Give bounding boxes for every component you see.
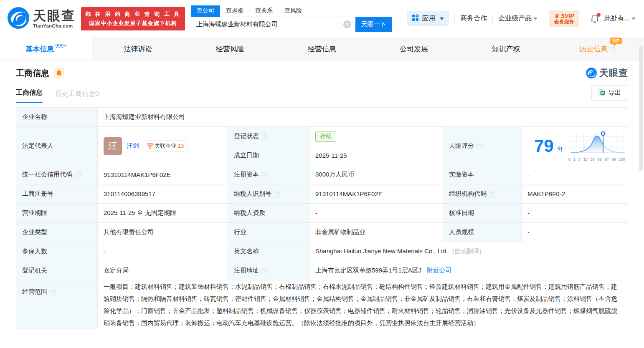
legal-rep-label: 法定代表人 bbox=[22, 142, 53, 150]
help-icon[interactable] bbox=[274, 191, 280, 197]
clear-search-icon[interactable]: ✕ bbox=[343, 20, 351, 28]
svip-label: SVIP bbox=[561, 13, 574, 19]
business-info-table: 企业名称 上海海螺建业新材料有限公司 法定代表人 汪 汪剑 关联企 bbox=[16, 107, 628, 329]
score-axis-ticks: 013 155085 9799100 bbox=[568, 157, 625, 161]
org-network-icon bbox=[147, 143, 153, 149]
address-label: 注册地址 bbox=[234, 267, 259, 275]
export-button[interactable]: 导出 bbox=[591, 85, 628, 101]
insured-count-value: - bbox=[98, 242, 228, 261]
search-tab-company[interactable]: 查公司 bbox=[191, 5, 220, 17]
table-row: 企业类型 其他有限责任公司 行业 非金属矿物制品业 人员规模 - bbox=[16, 223, 628, 242]
chevron-down-icon bbox=[440, 18, 444, 20]
enterprise-product-menu[interactable]: 企业级产品 bbox=[498, 14, 538, 23]
tab-intellectual-property[interactable]: 知识产权 bbox=[460, 38, 552, 60]
org-code-label: 组织机构代码 bbox=[449, 190, 487, 198]
chevron-down-icon bbox=[533, 18, 538, 20]
company-type-value: 其他有限责任公司 bbox=[98, 223, 228, 242]
staff-size-label: 人员规模 bbox=[449, 228, 474, 236]
industry-value: 非金属矿物制品业 bbox=[309, 223, 443, 242]
company-name-label: 企业名称 bbox=[22, 113, 47, 121]
related-companies-label: 关联企业 bbox=[155, 142, 176, 150]
help-icon[interactable] bbox=[49, 289, 56, 295]
tab-legal-proceedings-label: 法律诉讼 bbox=[124, 44, 152, 54]
section-title: 工商信息 bbox=[16, 68, 49, 79]
divider bbox=[543, 15, 543, 23]
english-name-value: Shanghai Hailuo Jianye New Materials Co.… bbox=[315, 247, 448, 255]
search-tab-relation[interactable]: 查关系 bbox=[249, 5, 279, 17]
industry-label: 行业 bbox=[234, 228, 246, 236]
promo-banner[interactable]: 都 在 用 的 商 业 查 询 工 具 国家中小企业发展子基金旗下机构 bbox=[81, 7, 185, 30]
header-right-menu: 应用 商务合作 企业级产品 ♛ SVIP 会员服务 此处有... bbox=[407, 10, 636, 27]
help-icon[interactable] bbox=[261, 133, 268, 140]
tab-operating-info[interactable]: 经营信息 bbox=[276, 38, 368, 60]
nearby-companies-link[interactable]: 附近公司 bbox=[426, 267, 451, 274]
subtab-business-info[interactable]: 工商信息 bbox=[16, 88, 43, 103]
apps-grid-icon bbox=[412, 14, 419, 23]
svip-membership-button[interactable]: ♛ SVIP 会员服务 bbox=[549, 10, 579, 27]
search-tabs: 查公司 查老板 查关系 查风险 bbox=[191, 5, 392, 17]
tab-operating-risk[interactable]: 经营风险 bbox=[184, 38, 276, 60]
notification-dot bbox=[597, 13, 601, 17]
related-companies-count: 13 bbox=[178, 143, 184, 149]
search-tab-risk[interactable]: 查风险 bbox=[279, 5, 308, 17]
excel-icon bbox=[598, 89, 606, 96]
insured-count-label: 参保人数 bbox=[22, 247, 47, 255]
legal-rep-link[interactable]: 汪剑 bbox=[127, 142, 139, 150]
reg-capital-label: 注册资本 bbox=[234, 171, 259, 179]
crown-icon: ♛ bbox=[554, 13, 559, 19]
search-tab-boss[interactable]: 查老板 bbox=[220, 5, 249, 17]
tab-basic-info[interactable]: 基本信息 999+ bbox=[0, 38, 92, 60]
address-value: 上海市嘉定区双单路599弄1号1层A区J bbox=[315, 267, 421, 274]
notification-bell-button[interactable] bbox=[591, 14, 599, 23]
user-account-label: 此处有... bbox=[604, 14, 630, 23]
help-icon[interactable] bbox=[489, 191, 495, 197]
help-icon[interactable] bbox=[261, 171, 268, 178]
help-icon[interactable] bbox=[476, 143, 483, 149]
legal-rep-avatar[interactable]: 汪 bbox=[104, 137, 122, 155]
search-button[interactable]: 天眼一下 bbox=[355, 17, 392, 32]
table-row: 营业期限 2025-11-25 至 无固定期限 纳税人资质 - 核准日期 - bbox=[16, 204, 628, 223]
reg-authority-value: 嘉定分局 bbox=[98, 261, 228, 280]
subscribe-bell-button[interactable] bbox=[53, 68, 64, 78]
reg-number-label: 工商注册号 bbox=[22, 190, 53, 198]
export-label: 导出 bbox=[609, 89, 621, 97]
user-account-menu[interactable]: 此处有... bbox=[604, 14, 636, 23]
reg-status-label: 登记状态 bbox=[234, 132, 259, 140]
establish-date-value: 2025-11-25 bbox=[309, 146, 443, 165]
company-nav-tabs: 基本信息 999+ 法律诉讼 经营风险 经营信息 公司发展 知识产权 历史信息 … bbox=[0, 38, 644, 61]
english-name-label: 英文名称 bbox=[234, 247, 259, 255]
tab-history-info[interactable]: 历史信息 VIP bbox=[552, 38, 644, 60]
help-icon[interactable] bbox=[74, 171, 81, 178]
watermark-label: 天眼查 bbox=[599, 67, 628, 79]
vip-badge: VIP bbox=[610, 38, 622, 44]
tianyancha-logo[interactable]: 天眼查 TianYanCha.com bbox=[8, 7, 76, 30]
svip-sublabel: 会员服务 bbox=[554, 19, 574, 25]
help-icon[interactable] bbox=[261, 267, 268, 274]
org-code-value: MAK1P6F0-2 bbox=[522, 184, 628, 204]
related-companies-button[interactable]: 关联企业 13 bbox=[144, 140, 188, 152]
tab-basic-info-label: 基本信息 bbox=[25, 44, 54, 54]
scrollbar[interactable] bbox=[639, 46, 643, 171]
search-input[interactable] bbox=[191, 17, 355, 32]
approval-date-label: 核准日期 bbox=[449, 209, 474, 217]
divider bbox=[492, 15, 493, 23]
table-row: 企业名称 上海海螺建业新材料有限公司 bbox=[16, 108, 628, 127]
subtab-history-business-info[interactable]: 历史工商信息0 bbox=[55, 90, 99, 103]
help-icon[interactable] bbox=[610, 45, 616, 52]
taxpayer-id-label: 纳税人识别号 bbox=[234, 190, 271, 198]
logo-domain: TianYanCha.com bbox=[33, 23, 76, 28]
tab-legal-proceedings[interactable]: 法律诉讼 bbox=[92, 38, 184, 60]
tianyancha-swirl-icon bbox=[586, 68, 597, 78]
business-cooperation-menu[interactable]: 商务合作 bbox=[460, 14, 487, 23]
divider bbox=[585, 15, 585, 23]
bell-icon bbox=[56, 70, 62, 76]
credit-code-label: 统一社会信用代码 bbox=[22, 171, 72, 179]
promo-line1: 都 在 用 的 商 业 查 询 工 具 bbox=[85, 10, 181, 18]
apps-menu[interactable]: 应用 bbox=[407, 11, 449, 26]
promo-line2: 国家中小企业发展子基金旗下机构 bbox=[85, 20, 181, 27]
taxpayer-id-value: 91310114MAK1P6F02E bbox=[309, 184, 443, 204]
tab-company-development[interactable]: 公司发展 bbox=[368, 38, 460, 60]
auto-translate-note: (自动翻译) bbox=[452, 247, 482, 255]
paid-capital-label: 实缴资本 bbox=[449, 171, 474, 179]
paid-capital-value: - bbox=[522, 165, 628, 184]
